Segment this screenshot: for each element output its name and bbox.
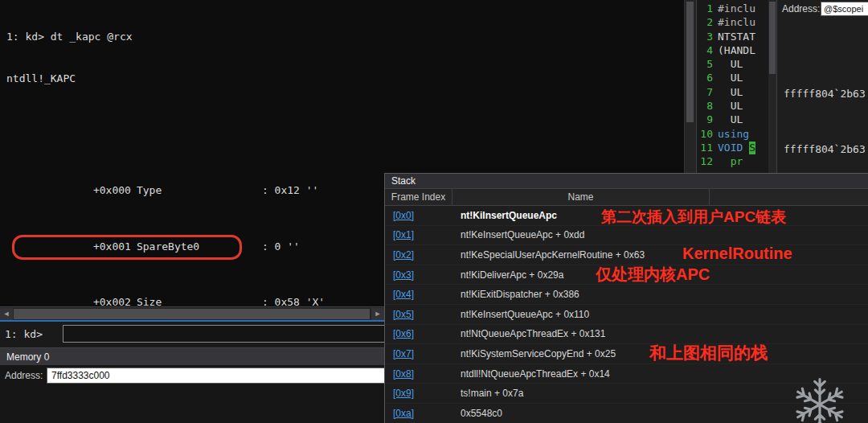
stack-frame-row[interactable]: [0x1] nt!KeInsertQueueApc + 0xdd	[385, 226, 868, 246]
windbg-screen: 1: kd> dt _kapc @rcx ntdll!_KAPC +0x000T…	[0, 0, 868, 423]
horizontal-scrollbar-thumb[interactable]	[14, 309, 370, 319]
stack-frame-row[interactable]: [0xa] 0x5548c0	[385, 404, 868, 423]
source-line: 11VOID S	[697, 141, 768, 154]
source-scrollbar-thumb[interactable]	[769, 2, 776, 74]
source-line: 12 pr	[697, 154, 768, 168]
code-text: UL	[718, 71, 743, 84]
line-number: 6	[697, 71, 713, 84]
frame-index-link[interactable]: [0x8]	[385, 368, 452, 380]
frame-symbol-name: 0x5548c0	[452, 408, 502, 419]
stack-frame-list: [0x0] nt!KiInsertQueueApc [0x1] nt!KeIns…	[385, 206, 868, 423]
source-line: 7 UL	[697, 85, 768, 99]
code-text: UL	[718, 85, 743, 99]
code-text: VOID	[718, 141, 749, 154]
source-line: 5 UL	[697, 57, 768, 71]
source-line: 6 UL	[697, 71, 768, 84]
field-offset: +0x000	[93, 183, 137, 197]
scope-memory-row: fffff804`2b63	[784, 142, 866, 156]
field-name-link: Type	[137, 183, 262, 197]
source-line: 1#inclu	[697, 2, 768, 15]
stack-frame-row[interactable]: [0x6] nt!NtQueueApcThreadEx + 0x131	[385, 325, 868, 345]
vertical-scrollbar-thumb[interactable]	[686, 2, 694, 122]
stack-frame-row[interactable]: [0x9] ts!main + 0x7a	[385, 384, 868, 404]
frame-index-link[interactable]: [0xa]	[385, 408, 452, 419]
frame-symbol-name: nt!KeInsertQueueApc + 0xdd	[452, 229, 584, 240]
scope-address-input[interactable]	[821, 2, 868, 16]
annotation-kernel-apc-only: 仅处理内核APC	[596, 264, 710, 285]
scope-memory-panel: Address: fffff804`2b63 fffff804`2b63 fff…	[776, 0, 868, 173]
line-number: 4	[697, 43, 713, 57]
frame-symbol-name: nt!KiDeliverApc + 0x29a	[452, 269, 563, 281]
kd-prompt-label: 1: kd>	[5, 328, 43, 340]
code-text: UL	[718, 57, 743, 71]
frame-index-link[interactable]: [0x6]	[385, 328, 452, 339]
frame-index-link[interactable]: [0x1]	[385, 229, 452, 240]
line-number: 1	[697, 2, 713, 15]
code-text: #inclu	[718, 2, 755, 15]
frame-index-link[interactable]: [0x5]	[385, 309, 452, 320]
stack-frame-row[interactable]: [0x4] nt!KiExitDispatcher + 0x386	[385, 285, 868, 305]
frame-index-link[interactable]: [0x4]	[385, 289, 452, 300]
line-number: 9	[697, 113, 713, 126]
stack-frame-row[interactable]: [0x5] nt!KeInsertQueueApc + 0x110	[385, 305, 868, 325]
source-scrollbar[interactable]	[768, 0, 776, 173]
frame-index-link[interactable]: [0x3]	[385, 269, 452, 281]
line-number: 5	[697, 57, 713, 71]
line-number: 10	[697, 127, 713, 141]
code-text: UL	[718, 113, 743, 126]
source-line: 4(HANDL	[697, 43, 768, 57]
scroll-left-icon[interactable]: ◄	[0, 308, 13, 320]
column-header-frame-index[interactable]: Frame Index	[385, 189, 452, 205]
code-text: UL	[718, 99, 743, 113]
source-code-panel: 1#inclu 2#inclu 3NTSTAT 4(HANDL 5 UL 6 U…	[696, 0, 768, 173]
source-line: 8 UL	[697, 99, 768, 113]
code-text: using	[718, 127, 749, 141]
highlighted-symbol: S	[749, 142, 755, 154]
scope-memory-row: fffff804`2b63	[784, 87, 866, 101]
frame-symbol-name: ts!main + 0x7a	[452, 388, 523, 399]
code-text: NTSTAT	[718, 30, 755, 43]
frame-index-link[interactable]: [0x7]	[385, 348, 452, 359]
source-line: 2#inclu	[697, 15, 768, 29]
line-number: 3	[697, 30, 713, 43]
stack-header-row: Frame Index Name	[385, 188, 868, 206]
frame-symbol-name: nt!KeInsertQueueApc + 0x110	[452, 309, 589, 320]
frame-index-link[interactable]: [0x0]	[385, 210, 452, 221]
frame-symbol-name: ntdll!NtQueueApcThreadEx + 0x14	[452, 368, 610, 380]
field-name-link: SpareByte0	[137, 240, 262, 253]
annotation-kernel-routine: KernelRoutine	[682, 244, 792, 263]
stack-window-titlebar[interactable]: Stack	[385, 174, 868, 188]
frame-symbol-name: nt!NtQueueApcThreadEx + 0x131	[452, 328, 605, 339]
address-label: Address:	[5, 370, 43, 381]
code-text: pr	[718, 154, 743, 168]
code-text: (HANDL	[718, 43, 755, 57]
frame-index-link[interactable]: [0x2]	[385, 249, 452, 261]
column-header-empty	[710, 189, 868, 205]
frame-symbol-name: nt!KiSystemServiceCopyEnd + 0x25	[452, 348, 616, 359]
column-header-name[interactable]: Name	[452, 189, 710, 205]
scroll-right-icon[interactable]: ►	[371, 308, 384, 320]
scope-memory-rows: fffff804`2b63 fffff804`2b63 fffff804`2b6…	[784, 31, 866, 173]
code-text: #inclu	[718, 15, 755, 29]
line-number: 2	[697, 15, 713, 29]
frame-symbol-name: nt!KiInsertQueueApc	[452, 210, 557, 221]
stack-frame-row[interactable]: [0x2] nt!KeSpecialUserApcKernelRoutine +…	[385, 245, 868, 265]
annotation-second-insert-user-apc: 第二次插入到用户APC链表	[601, 207, 786, 228]
source-line: 9 UL	[697, 113, 768, 126]
line-number: 11	[697, 141, 713, 154]
stack-frame-row[interactable]: [0x7] nt!KiSystemServiceCopyEnd + 0x25	[385, 344, 868, 364]
struct-type-line: ntdll!_KAPC	[6, 72, 683, 85]
field-value: : 0x12 ''	[262, 184, 318, 196]
frame-symbol-name: nt!KiExitDispatcher + 0x386	[452, 289, 579, 300]
address-label: Address:	[782, 3, 820, 14]
source-line: 10using	[697, 127, 768, 141]
source-line: 3NTSTAT	[697, 30, 768, 43]
frame-index-link[interactable]: [0x9]	[385, 388, 452, 399]
frame-symbol-name: nt!KeSpecialUserApcKernelRoutine + 0x63	[452, 249, 645, 261]
line-number: 12	[697, 154, 713, 168]
stack-frame-row[interactable]: [0x8] ntdll!NtQueueApcThreadEx + 0x14	[385, 364, 868, 384]
line-number: 8	[697, 99, 713, 113]
kd-command-line: 1: kd> dt _kapc @rcx	[6, 30, 683, 43]
line-number: 7	[697, 85, 713, 99]
annotation-same-stack-as-above: 和上图相同的栈	[649, 342, 768, 364]
